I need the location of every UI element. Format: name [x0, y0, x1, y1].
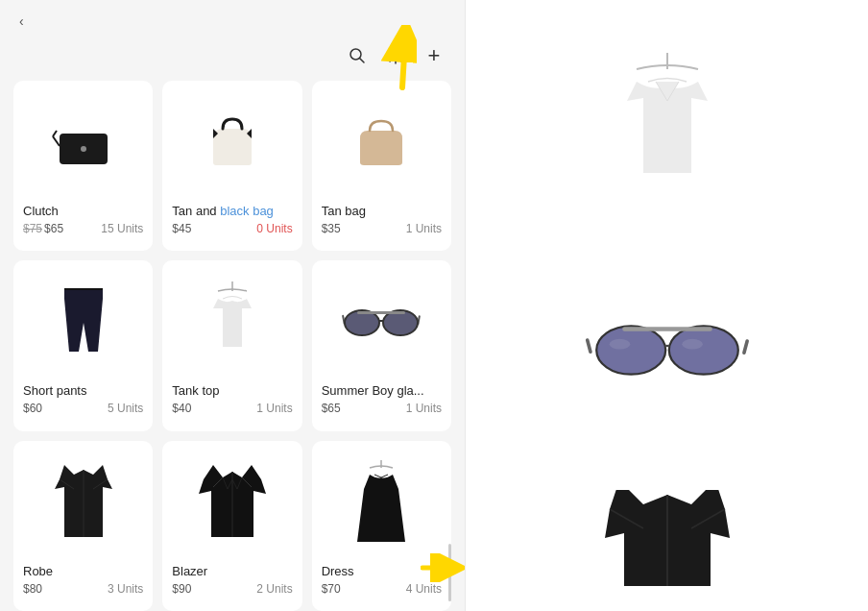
svg-line-6 — [53, 131, 57, 136]
product-meta-dress: $70 4 Units — [322, 582, 442, 596]
left-panel: ‹ — [0, 0, 465, 611]
header-actions: + — [346, 44, 446, 67]
product-price-clutch: $75$65 — [23, 222, 63, 235]
product-units-short-pants: 5 Units — [108, 402, 143, 415]
product-card-clutch[interactable]: Clutch $75$65 15 Units — [13, 81, 153, 251]
right-product-image-sunglasses — [581, 259, 754, 432]
back-chevron-icon: ‹ — [19, 13, 24, 29]
product-image-robe1 — [23, 451, 143, 556]
back-navigation[interactable]: ‹ — [0, 0, 465, 35]
svg-rect-25 — [622, 327, 712, 331]
product-name-blazer: Blazer — [172, 564, 292, 578]
product-image-tan-bag — [322, 90, 442, 196]
product-name-tan-bag: Tan bag — [322, 204, 442, 218]
product-card-sunglasses[interactable]: Summer Boy gla... $65 1 Units — [312, 260, 451, 430]
product-price-robe1: $80 — [23, 582, 42, 596]
product-units-dress: 4 Units — [406, 582, 442, 596]
product-meta-robe1: $80 3 Units — [23, 582, 143, 596]
svg-point-23 — [668, 326, 737, 374]
product-card-blazer[interactable]: Blazer $90 2 Units — [162, 441, 301, 611]
product-card-short-pants[interactable]: Short pants $60 5 Units — [13, 260, 153, 430]
product-image-blazer — [172, 451, 292, 556]
svg-point-22 — [596, 326, 665, 374]
product-units-robe1: 3 Units — [108, 582, 143, 596]
product-image-sunglasses — [322, 270, 442, 376]
product-units-blazer: 2 Units — [256, 582, 292, 596]
svg-point-3 — [393, 53, 398, 59]
product-meta-clutch: $75$65 15 Units — [23, 222, 143, 235]
product-card-tan-black-bag[interactable]: Tan and black bag $45 0 Units — [162, 81, 301, 251]
add-product-button[interactable]: + — [422, 44, 446, 67]
right-product-sunglasses — [485, 259, 849, 442]
product-units-clutch: 15 Units — [101, 222, 143, 235]
product-price-dress: $70 — [322, 582, 341, 596]
product-image-clutch — [23, 90, 143, 196]
products-grid: Clutch $75$65 15 Units — [0, 81, 465, 611]
product-image-dress — [322, 451, 442, 556]
product-name-sunglasses: Summer Boy gla... — [322, 383, 442, 398]
product-price-blazer: $90 — [172, 582, 191, 596]
product-name-tank-top: Tank top — [172, 383, 292, 398]
arrow-annotation-right — [421, 553, 465, 582]
svg-point-27 — [682, 339, 703, 350]
product-name-robe1: Robe — [23, 564, 143, 578]
product-image-tank-top — [172, 270, 292, 376]
right-product-tank — [485, 38, 849, 221]
product-name-clutch: Clutch — [23, 204, 143, 218]
svg-point-7 — [81, 146, 86, 152]
product-card-robe1[interactable]: Robe $80 3 Units — [13, 441, 153, 611]
product-units-tan-black-bag: 0 Units — [256, 222, 292, 235]
right-product-image-robe — [581, 490, 754, 586]
product-price-short-pants: $60 — [23, 402, 42, 415]
product-price-tan-black-bag: $45 — [172, 222, 191, 235]
settings-icon[interactable] — [384, 44, 407, 67]
product-image-tan-black-bag — [172, 90, 292, 196]
svg-point-26 — [609, 339, 630, 350]
right-product-image-tank — [581, 38, 754, 211]
svg-line-5 — [53, 136, 60, 146]
product-price-tan-bag: $35 — [322, 222, 341, 235]
product-units-sunglasses: 1 Units — [406, 402, 442, 415]
product-units-tan-bag: 1 Units — [406, 222, 442, 235]
page-header: + — [0, 35, 465, 81]
product-units-tank-top: 1 Units — [256, 402, 292, 415]
original-price-clutch: $75 — [23, 222, 42, 235]
product-meta-sunglasses: $65 1 Units — [322, 402, 442, 415]
svg-line-2 — [360, 59, 365, 63]
right-product-robe — [485, 490, 849, 596]
product-name-part1: Tan and — [172, 204, 220, 218]
product-price-sunglasses: $65 — [322, 402, 341, 415]
product-name-tan-black-bag: Tan and black bag — [172, 204, 292, 218]
product-name-short-pants: Short pants — [23, 383, 143, 398]
svg-rect-21 — [741, 339, 749, 355]
product-name-highlight: black bag — [220, 204, 274, 218]
product-card-dress[interactable]: Dress $70 4 Units — [312, 441, 451, 611]
svg-rect-15 — [357, 311, 405, 314]
product-meta-short-pants: $60 5 Units — [23, 402, 143, 415]
product-image-short-pants — [23, 270, 143, 376]
search-icon[interactable] — [346, 44, 369, 67]
product-price-tank-top: $40 — [172, 402, 191, 415]
search-svg — [349, 47, 366, 64]
product-card-tank-top[interactable]: Tank top $40 1 Units — [162, 260, 301, 430]
product-meta-blazer: $90 2 Units — [172, 582, 292, 596]
product-card-tan-bag[interactable]: Tan bag $35 1 Units — [312, 81, 451, 251]
right-panel — [465, 0, 868, 611]
svg-rect-20 — [585, 338, 592, 354]
product-meta-tank-top: $40 1 Units — [172, 402, 292, 415]
product-meta-tan-bag: $35 1 Units — [322, 222, 442, 235]
gear-svg — [387, 47, 404, 64]
product-meta-tan-black-bag: $45 0 Units — [172, 222, 292, 235]
